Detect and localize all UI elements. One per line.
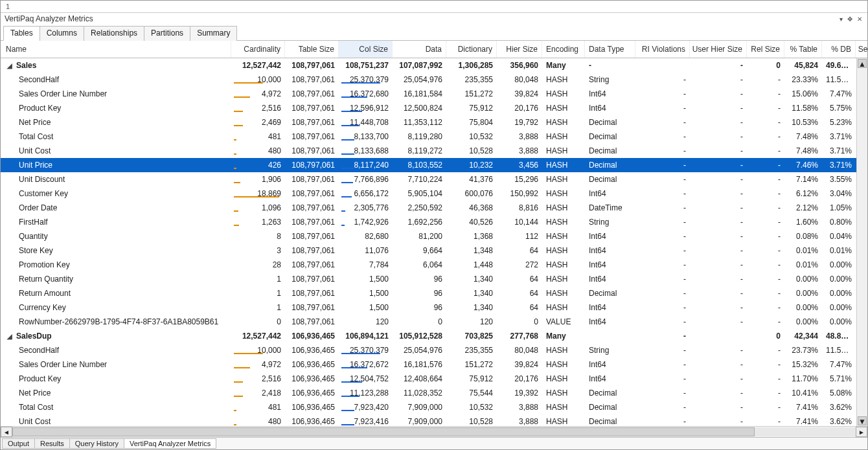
h-scroll-thumb[interactable] <box>12 427 755 436</box>
table-row[interactable]: Unit Price426108,797,0618,117,2408,103,5… <box>1 158 867 172</box>
table-row[interactable]: Quantity8108,797,06182,68081,2001,368112… <box>1 229 867 243</box>
col-data-type[interactable]: Data Type <box>585 41 635 58</box>
table-row[interactable]: ◢Sales12,527,442108,797,061108,751,23710… <box>1 58 867 73</box>
table-row[interactable]: SecondHalf10,000108,797,06125,370,37925,… <box>1 73 867 87</box>
panel-title: VertiPaq Analyzer Metrics <box>5 14 93 23</box>
tab-partitions[interactable]: Partitions <box>144 26 190 41</box>
table-row[interactable]: FirstHalf1,263108,797,0611,742,9261,692,… <box>1 215 867 229</box>
bottom-tabstrip: Output Results Query History VertiPaq An… <box>1 437 867 449</box>
tab-output[interactable]: Output <box>2 438 35 449</box>
col-pct-db[interactable]: % DB <box>822 41 856 58</box>
scroll-right-arrow[interactable]: ► <box>856 427 867 437</box>
tab-summary[interactable]: Summary <box>190 26 237 41</box>
col-data[interactable]: Data <box>393 41 446 58</box>
col-ri-violations[interactable]: RI Violations <box>635 41 690 58</box>
panel-title-bar: VertiPaq Analyzer Metrics ▾ ✥ ✕ <box>1 13 867 25</box>
tab-columns[interactable]: Columns <box>40 26 84 41</box>
formula-bar-value: 1 <box>6 3 10 10</box>
table-row[interactable]: Unit Discount1,906108,797,0617,766,8967,… <box>1 172 867 186</box>
col-cardinality[interactable]: Cardinality <box>231 41 285 58</box>
table-row[interactable]: ◢SalesDup12,527,442106,936,465106,894,12… <box>1 329 867 343</box>
table-row[interactable]: Product Key2,516108,797,06112,596,91212,… <box>1 101 867 115</box>
table-row[interactable]: Unit Cost480108,797,0618,133,6888,119,27… <box>1 144 867 158</box>
table-row[interactable]: SecondHalf10,000106,936,46525,370,37925,… <box>1 343 867 357</box>
panel-window-controls[interactable]: ▾ ✥ ✕ <box>839 16 863 23</box>
grid-body[interactable]: ◢Sales12,527,442108,797,061108,751,23710… <box>1 58 867 426</box>
col-rel-size[interactable]: Rel Size <box>747 41 784 58</box>
col-col-size[interactable]: Col Size <box>339 41 393 58</box>
table-row[interactable]: Net Price2,418106,936,46511,123,28811,02… <box>1 386 867 400</box>
table-row[interactable]: Product Key2,516106,936,46512,504,75212,… <box>1 372 867 386</box>
col-user-hier-size[interactable]: User Hier Size <box>690 41 747 58</box>
table-row[interactable]: RowNumber-2662979B-1795-4F74-8F37-6A1BA8… <box>1 315 867 329</box>
table-row[interactable]: Return Amount1108,797,0611,500961,34064H… <box>1 286 867 300</box>
tab-vertipaq-metrics[interactable]: VertiPaq Analyzer Metrics <box>124 438 216 449</box>
expand-icon[interactable]: ◢ <box>6 62 14 69</box>
table-row[interactable]: Total Cost481108,797,0618,133,7008,119,2… <box>1 129 867 144</box>
col-seg[interactable]: Seg <box>856 41 868 58</box>
col-pct-table[interactable]: % Table <box>784 41 822 58</box>
tab-query-history[interactable]: Query History <box>69 438 124 449</box>
grid-column-headers: Name Cardinality Table Size Col Size Dat… <box>1 41 867 58</box>
table-row[interactable]: Store Key3108,797,06111,0769,6641,34864H… <box>1 243 867 258</box>
col-encoding[interactable]: Encoding <box>542 41 585 58</box>
scroll-up-arrow[interactable]: ▲ <box>858 59 867 68</box>
table-row[interactable]: Order Date1,096108,797,0612,305,7762,250… <box>1 201 867 215</box>
table-row[interactable]: Sales Order Line Number4,972108,797,0611… <box>1 87 867 101</box>
expand-icon[interactable]: ◢ <box>6 333 14 340</box>
formula-bar: 1 <box>1 1 867 13</box>
vertical-scrollbar[interactable]: ▲ ▼ <box>856 58 867 426</box>
table-row[interactable]: Return Quantity1108,797,0611,500961,3406… <box>1 272 867 286</box>
table-row[interactable]: Sales Order Line Number4,972106,936,4651… <box>1 357 867 372</box>
table-row[interactable]: Total Cost481106,936,4657,923,4207,909,0… <box>1 400 867 414</box>
tab-tables[interactable]: Tables <box>3 26 40 41</box>
col-name[interactable]: Name <box>1 41 231 58</box>
scroll-left-arrow[interactable]: ◄ <box>1 427 12 437</box>
table-row[interactable]: Unit Cost480106,936,4657,923,4167,909,00… <box>1 414 867 426</box>
h-scroll-track[interactable] <box>12 427 856 436</box>
scroll-down-arrow[interactable]: ▼ <box>858 416 867 425</box>
table-row[interactable]: Customer Key18,869108,797,0616,656,1725,… <box>1 186 867 201</box>
table-row[interactable]: Currency Key1108,797,0611,500961,34064HA… <box>1 300 867 315</box>
horizontal-scrollbar[interactable]: ◄ ► <box>1 426 867 437</box>
col-dictionary[interactable]: Dictionary <box>446 41 497 58</box>
tab-relationships[interactable]: Relationships <box>84 26 144 41</box>
tab-results[interactable]: Results <box>34 438 70 449</box>
col-table-size[interactable]: Table Size <box>285 41 339 58</box>
top-tabstrip: Tables Columns Relationships Partitions … <box>1 25 867 41</box>
table-row[interactable]: Net Price2,469108,797,06111,448,70811,35… <box>1 115 867 129</box>
table-row[interactable]: Promotion Key28108,797,0617,7846,0641,44… <box>1 258 867 272</box>
col-hier-size[interactable]: Hier Size <box>497 41 542 58</box>
